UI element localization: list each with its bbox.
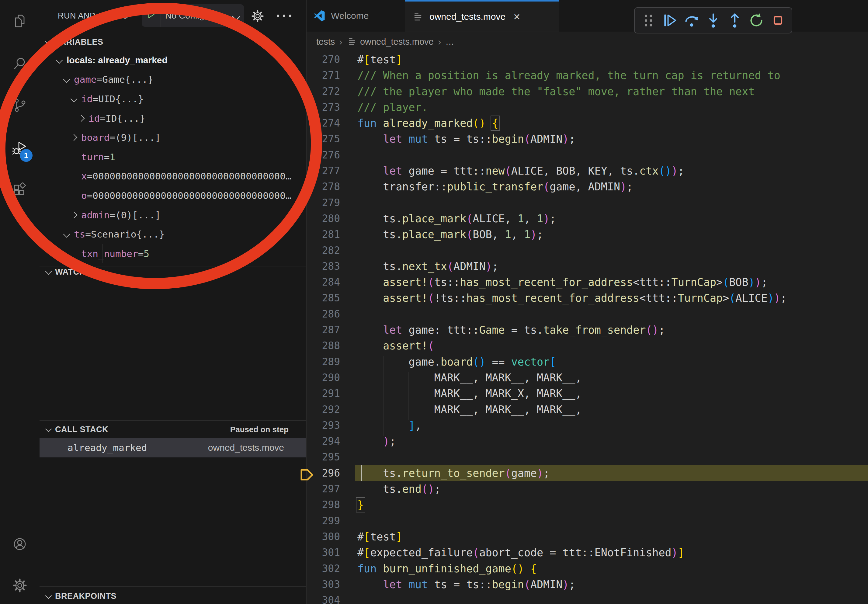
activity-bar-item-extensions[interactable] [12, 183, 27, 197]
line-number[interactable]: 278 [307, 179, 355, 195]
chevron-down-icon[interactable] [71, 96, 78, 102]
code-line-299[interactable]: 299 [307, 513, 868, 529]
chevron-down-icon[interactable] [63, 231, 70, 238]
code-line-283[interactable]: 283 ts.next_tx(ADMIN); [307, 259, 868, 274]
current-line-marker[interactable] [300, 468, 314, 482]
step-out-button[interactable] [727, 12, 743, 28]
line-number[interactable]: 286 [307, 306, 355, 322]
line-number[interactable]: 284 [307, 274, 355, 290]
code-line-270[interactable]: 270#[test] [307, 52, 868, 68]
line-number[interactable]: 292 [307, 402, 355, 418]
debug-config-dropdown[interactable]: No Configur… [142, 4, 244, 27]
code-line-302[interactable]: 302fun burn_unfinished_game() { [307, 561, 868, 577]
code-line-289[interactable]: 289 game.board() == vector[ [307, 354, 868, 370]
line-number[interactable]: 271 [307, 68, 355, 83]
more-actions-button[interactable] [276, 13, 293, 18]
line-number[interactable]: 304 [307, 592, 355, 604]
line-number[interactable]: 276 [307, 147, 355, 163]
code-line-295[interactable]: 295 [307, 449, 868, 465]
code-line-272[interactable]: 272/// the player who made the "false" m… [307, 84, 868, 99]
activity-bar-item-search[interactable] [12, 56, 27, 71]
step-into-button[interactable] [705, 12, 721, 28]
variables-section-header[interactable]: VARIABLES [40, 34, 306, 51]
code-line-280[interactable]: 280 ts.place_mark(ALICE, 1, 1); [307, 211, 868, 226]
code-line-300[interactable]: 300#[test] [307, 529, 868, 545]
close-tab-icon[interactable]: × [513, 11, 520, 23]
code-line-276[interactable]: 276 [307, 147, 868, 163]
chevron-right-icon[interactable] [78, 115, 85, 122]
code-line-288[interactable]: 288 assert!( [307, 338, 868, 354]
line-number[interactable]: 296 [307, 465, 355, 481]
activity-bar-item-accounts[interactable] [12, 537, 27, 551]
code-line-293[interactable]: 293 ], [307, 418, 868, 434]
line-number[interactable]: 270 [307, 52, 355, 68]
line-number[interactable]: 279 [307, 195, 355, 211]
chevron-down-icon[interactable] [56, 57, 63, 63]
line-number[interactable]: 298 [307, 497, 355, 513]
code-line-285[interactable]: 285 assert!(!ts::has_most_recent_for_add… [307, 290, 868, 306]
code-line-274[interactable]: 274fun already_marked() { [307, 115, 868, 131]
variable-row-id[interactable]: id = ID{...} [40, 108, 306, 128]
breadcrumb-item-tests[interactable]: tests [316, 37, 335, 47]
line-number[interactable]: 293 [307, 418, 355, 434]
breakpoints-section-header[interactable]: BREAKPOINTS [40, 588, 306, 604]
restart-button[interactable] [749, 12, 764, 28]
line-number[interactable]: 277 [307, 163, 355, 179]
line-number[interactable]: 275 [307, 131, 355, 147]
activity-bar-item-explorer[interactable] [12, 14, 27, 28]
line-number[interactable]: 301 [307, 545, 355, 561]
code-line-282[interactable]: 282 [307, 243, 868, 259]
line-number[interactable]: 283 [307, 259, 355, 274]
variable-row-ts[interactable]: ts = Scenario{...} [40, 225, 306, 244]
line-number[interactable]: 282 [307, 243, 355, 259]
line-number[interactable]: 302 [307, 561, 355, 577]
code-line-304[interactable]: 304 [307, 592, 868, 604]
code-line-275[interactable]: 275 let mut ts = ts::begin(ADMIN); [307, 131, 868, 147]
call-stack-frame-row[interactable]: already_marked owned_tests.move [40, 438, 306, 457]
activity-bar-item-source-control[interactable] [12, 98, 27, 113]
activity-bar-item-settings[interactable] [12, 578, 27, 593]
code-line-281[interactable]: 281 ts.place_mark(BOB, 1, 1); [307, 226, 868, 242]
start-debug-button[interactable] [142, 4, 161, 27]
breadcrumb-item-file[interactable]: owned_tests.move [360, 37, 434, 47]
code-line-303[interactable]: 303 let mut ts = ts::begin(ADMIN); [307, 577, 868, 592]
code-line-271[interactable]: 271/// When a position is already marked… [307, 68, 868, 83]
variable-row-board[interactable]: board = (9)[...] [40, 128, 306, 147]
code-line-278[interactable]: 278 transfer::public_transfer(game, ADMI… [307, 179, 868, 195]
drag-grip-handle[interactable] [640, 12, 656, 28]
code-line-294[interactable]: 294 ); [307, 434, 868, 449]
breadcrumb-item-symbol[interactable]: … [445, 37, 454, 47]
variable-row-turn[interactable]: turn = 1 [40, 147, 306, 167]
line-number[interactable]: 285 [307, 290, 355, 306]
tab-welcome[interactable]: Welcome [307, 0, 405, 32]
debug-settings-gear-button[interactable] [251, 10, 264, 23]
variables-scope-row[interactable]: locals: already_marked [40, 51, 306, 70]
code-line-301[interactable]: 301#[expected_failure(abort_code = ttt::… [307, 545, 868, 561]
line-number[interactable]: 274 [307, 115, 355, 131]
code-line-296[interactable]: 296 ts.return_to_sender(game); [307, 465, 868, 481]
line-number[interactable]: 288 [307, 338, 355, 354]
activity-bar-item-run-and-debug[interactable]: 1 [12, 141, 27, 156]
line-number[interactable]: 281 [307, 226, 355, 242]
variable-row-x[interactable]: x = 0000000000000000000000000000000000… [40, 167, 306, 186]
line-number[interactable]: 303 [307, 577, 355, 592]
variable-row-admin[interactable]: admin = (0)[...] [40, 205, 306, 225]
line-number[interactable]: 297 [307, 481, 355, 497]
line-number[interactable]: 273 [307, 99, 355, 115]
variable-row-id[interactable]: id = UID{...} [40, 89, 306, 108]
line-number[interactable]: 291 [307, 386, 355, 401]
tab-owned-tests-move[interactable]: owned_tests.move × [405, 0, 559, 32]
code-editor[interactable]: 270#[test]271/// When a position is alre… [307, 52, 868, 604]
code-line-277[interactable]: 277 let game = ttt::new(ALICE, BOB, KEY,… [307, 163, 868, 179]
line-number[interactable]: 299 [307, 513, 355, 529]
code-line-286[interactable]: 286 [307, 306, 868, 322]
stop-button[interactable] [770, 12, 786, 28]
code-line-284[interactable]: 284 assert!(ts::has_most_recent_for_addr… [307, 274, 868, 290]
continue-button[interactable] [662, 12, 678, 28]
chevron-right-icon[interactable] [71, 134, 78, 141]
code-line-291[interactable]: 291 MARK__, MARK_X, MARK__, [307, 386, 868, 401]
watch-section-header[interactable]: WATCH [40, 263, 306, 280]
code-line-297[interactable]: 297 ts.end(); [307, 481, 868, 497]
line-number[interactable]: 290 [307, 370, 355, 386]
variable-row-game[interactable]: game = Game{...} [40, 70, 306, 90]
